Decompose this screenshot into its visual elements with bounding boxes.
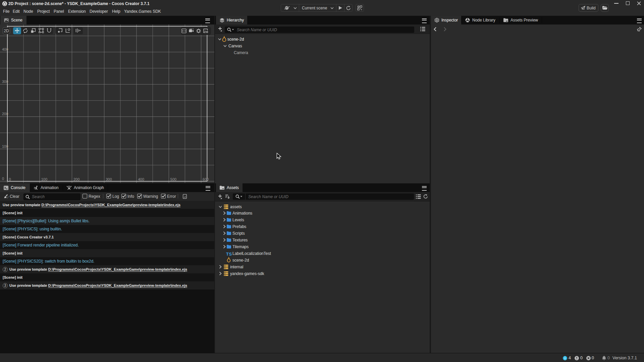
- svg-text:400: 400: [2, 47, 8, 51]
- svg-text:200: 200: [73, 177, 79, 181]
- svg-text:400: 400: [138, 177, 144, 181]
- svg-text:300: 300: [106, 177, 112, 181]
- svg-text:100: 100: [41, 177, 47, 181]
- svg-text:0: 0: [9, 177, 11, 181]
- svg-text:0: 0: [2, 177, 4, 181]
- svg-text:100: 100: [2, 144, 8, 148]
- svg-text:600: 600: [203, 177, 209, 181]
- svg-text:200: 200: [2, 112, 8, 116]
- svg-text:300: 300: [2, 80, 8, 84]
- svg-text:500: 500: [170, 177, 176, 181]
